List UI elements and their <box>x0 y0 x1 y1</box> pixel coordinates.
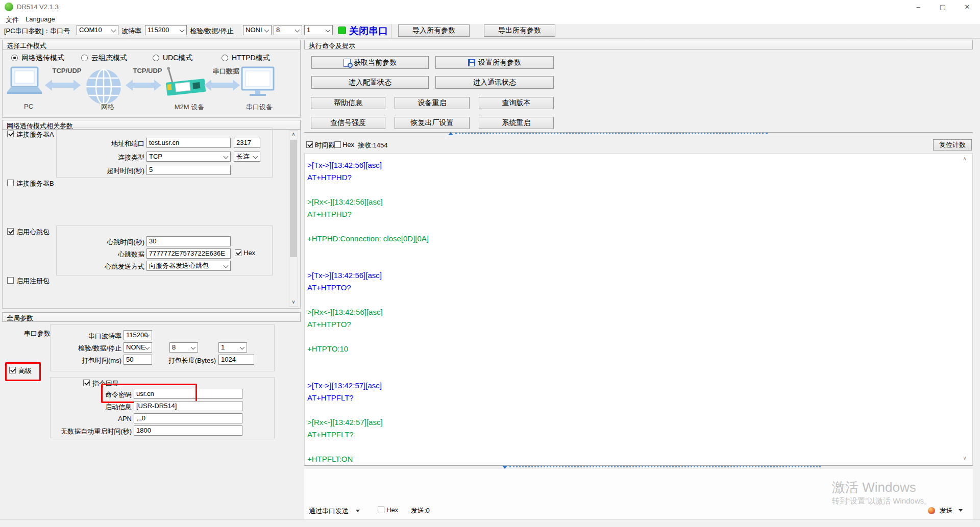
heartbeat-hex-checkbox[interactable] <box>235 249 241 256</box>
pack-time-label: 打包时间(ms) <box>60 356 121 365</box>
parity-select[interactable]: NONI <box>243 25 272 35</box>
server-a-checkbox[interactable] <box>7 131 14 137</box>
serial-databits-select[interactable]: 8 <box>169 342 198 353</box>
search-doc-icon <box>344 59 351 67</box>
menu-language[interactable]: Language <box>26 15 55 23</box>
timeout-input[interactable]: 5 <box>146 165 231 175</box>
work-mode-label: HTTPD模式 <box>232 54 270 62</box>
app-logo-icon <box>5 3 13 11</box>
chevron-down-icon <box>295 28 300 33</box>
send-via-serial-dropdown[interactable]: 通过串口发送 <box>309 507 360 516</box>
idle-restart-input[interactable]: 1800 <box>134 425 242 436</box>
cmd-button[interactable]: 进入配置状态 <box>311 76 429 89</box>
heartbeat-mode-select[interactable]: 向服务器发送心跳包 <box>146 261 231 271</box>
export-all-params-button[interactable]: 导出所有参数 <box>484 24 555 37</box>
work-mode-option[interactable]: 云组态模式 <box>81 54 127 63</box>
log-line: +HTPFLT:ON <box>307 453 955 465</box>
menu-file[interactable]: 文件 <box>6 15 19 24</box>
radio-icon[interactable] <box>11 55 18 61</box>
log-line: AT+HTPTO? <box>307 282 955 294</box>
log-scroll-up-icon[interactable]: ∧ <box>961 155 969 163</box>
work-mode-option[interactable]: 网络透传模式 <box>11 54 64 63</box>
heartbeat-checkbox[interactable] <box>7 228 14 235</box>
cmd-button[interactable]: 查询版本 <box>479 97 554 109</box>
boot-message-label: 启动信息 <box>70 403 132 412</box>
log-line <box>307 355 955 367</box>
radio-icon[interactable] <box>222 55 228 61</box>
scroll-up-icon[interactable]: ∧ <box>289 130 298 138</box>
cmd-button[interactable]: 帮助信息 <box>311 97 385 109</box>
databits-select[interactable]: 8 <box>274 25 302 35</box>
cmd-button[interactable]: 查信号强度 <box>311 117 385 129</box>
splitter-dots[interactable] <box>509 466 821 467</box>
reset-counter-button[interactable]: 复位计数 <box>933 139 972 150</box>
timestamp-checkbox[interactable] <box>306 141 313 148</box>
apn-input[interactable]: ,,,0 <box>134 413 242 423</box>
serial-parity-value: NONE <box>126 343 145 351</box>
log-line: AT+HTPFLT? <box>307 429 955 441</box>
diagram-link-label: 串口数据 <box>195 67 257 76</box>
splitter-collapse-down-icon[interactable] <box>502 466 507 469</box>
cmd-button[interactable]: 设备重启 <box>395 97 470 109</box>
chevron-down-icon <box>326 28 331 33</box>
cmd-button[interactable]: 进入通讯状态 <box>435 76 554 89</box>
splitter-collapse-up-icon[interactable] <box>448 132 453 135</box>
log-line <box>307 404 955 416</box>
send-hex-checkbox[interactable] <box>378 507 384 513</box>
cmd-button-label: 恢复出厂设置 <box>411 118 454 128</box>
server-a-port-input[interactable]: 2317 <box>234 138 260 148</box>
work-mode-label: UDC模式 <box>163 54 192 62</box>
serial-databits-value: 8 <box>172 343 176 351</box>
register-packet-checkbox[interactable] <box>7 277 14 284</box>
heartbeat-time-input[interactable]: 30 <box>146 236 231 246</box>
import-all-params-button[interactable]: 导入所有参数 <box>398 24 470 37</box>
pack-length-label: 打包长度(Bytes) <box>155 356 216 365</box>
arrow-icon <box>45 80 81 91</box>
conn-type-select[interactable]: TCP <box>146 152 231 162</box>
log-line <box>307 184 955 196</box>
conn-mode-select[interactable]: 长连 <box>234 152 260 162</box>
advanced-highlight-box <box>5 362 41 381</box>
splitter-dots[interactable] <box>455 133 768 134</box>
serial-stopbits-value: 1 <box>221 343 225 351</box>
cmd-button[interactable]: 获取当前参数 <box>311 56 429 69</box>
cmd-button[interactable]: 设置所有参数 <box>435 56 554 69</box>
server-a-address-input[interactable]: test.usr.cn <box>146 138 231 148</box>
work-mode-option[interactable]: HTTPD模式 <box>222 54 270 63</box>
scrollbar-thumb[interactable] <box>290 140 297 257</box>
log-line: +HTPHD:Connection: close[0D][0A] <box>307 233 955 245</box>
com-port-select[interactable]: COM10 <box>77 25 118 35</box>
pack-length-input[interactable]: 1024 <box>218 355 254 365</box>
heartbeat-data-input[interactable]: 7777772E7573722E636E <box>146 248 231 259</box>
echo-checkbox[interactable] <box>83 380 90 386</box>
cmd-button[interactable]: 恢复出厂设置 <box>395 117 470 129</box>
cmd-password-highlight-box <box>101 384 197 403</box>
scroll-down-icon[interactable]: ∨ <box>289 298 298 306</box>
send-button[interactable]: 发送 <box>928 506 963 515</box>
minimize-button[interactable]: – <box>906 0 930 14</box>
serial-parity-select[interactable]: NONE <box>124 342 152 353</box>
log-scroll-down-icon[interactable]: ∨ <box>961 454 969 462</box>
work-mode-option[interactable]: UDC模式 <box>153 54 192 63</box>
log-line: >[Rx<-][13:42:57][asc] <box>307 416 955 429</box>
radio-icon[interactable] <box>153 55 159 61</box>
close-port-button[interactable]: 关闭串口 <box>349 24 388 38</box>
chevron-down-icon <box>145 345 150 350</box>
log-line <box>307 441 955 453</box>
baud-select[interactable]: 115200 <box>145 25 187 35</box>
stopbits-select[interactable]: 1 <box>304 25 333 35</box>
cmd-button-label: 进入配置状态 <box>349 78 391 87</box>
server-b-checkbox[interactable] <box>7 180 14 186</box>
cmd-button[interactable]: 系统重启 <box>479 117 554 129</box>
serial-baud-select[interactable]: 115200 <box>124 330 152 340</box>
close-button[interactable]: ✕ <box>955 0 979 14</box>
log-hex-checkbox[interactable] <box>334 141 341 148</box>
pack-time-input[interactable]: 50 <box>124 355 152 365</box>
radio-icon[interactable] <box>81 55 88 61</box>
heartbeat-mode-value: 向服务器发送心跳包 <box>149 262 209 269</box>
boot-message-input[interactable]: [USR-DR514] <box>134 401 242 411</box>
command-panel-header: 执行命令及提示 <box>304 40 973 49</box>
maximize-button[interactable]: ▢ <box>931 0 954 14</box>
serial-stopbits-select[interactable]: 1 <box>218 342 247 353</box>
diagram-node-label: 网络 <box>77 103 138 112</box>
